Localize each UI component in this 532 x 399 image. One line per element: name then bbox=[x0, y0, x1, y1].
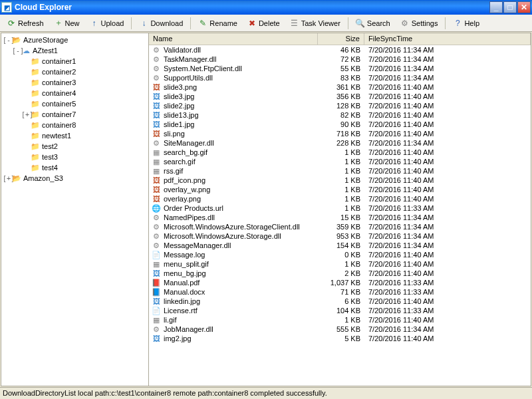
file-row[interactable]: 📕Manual.pdf1,037 KB7/20/2016 11:33 AM bbox=[149, 278, 531, 287]
help-button[interactable]: ?Help bbox=[449, 17, 483, 30]
tree-item[interactable]: 📁test3 bbox=[21, 152, 147, 162]
file-row[interactable]: ▦rss.gif1 KB7/20/2016 11:40 AM bbox=[149, 166, 531, 176]
tree-expander[interactable]: [+] bbox=[3, 175, 11, 182]
file-size: 2 KB bbox=[318, 269, 364, 277]
minimize-button[interactable]: _ bbox=[489, 1, 503, 13]
file-row[interactable]: 📄License.rtf104 KB7/20/2016 11:33 AM bbox=[149, 306, 531, 315]
settings-button[interactable]: ⚙Settings bbox=[396, 17, 442, 30]
file-row[interactable]: 🖼slide3.png361 KB7/20/2016 11:40 AM bbox=[149, 82, 531, 92]
upload-button[interactable]: ↑Upload bbox=[86, 17, 128, 30]
file-row[interactable]: ⚙SupportUtils.dll83 KB7/20/2016 11:34 AM bbox=[149, 73, 531, 82]
file-row[interactable]: 🖼linkedin.jpg6 KB7/20/2016 11:40 AM bbox=[149, 297, 531, 306]
column-name[interactable]: Name bbox=[149, 33, 318, 45]
file-row[interactable]: ⚙JobManager.dll555 KB7/20/2016 11:34 AM bbox=[149, 325, 531, 334]
file-list[interactable]: ⚙Validator.dll46 KB7/20/2016 11:34 AM⚙Ta… bbox=[149, 45, 531, 386]
file-time: 7/20/2016 11:33 AM bbox=[364, 307, 531, 315]
file-row[interactable]: ⚙Microsoft.WindowsAzure.StorageClient.dl… bbox=[149, 222, 531, 231]
file-name: Manual.pdf bbox=[164, 279, 318, 287]
file-name: slide1.jpg bbox=[164, 120, 318, 128]
file-row[interactable]: ⚙SiteManager.dll228 KB7/20/2016 11:34 AM bbox=[149, 138, 531, 148]
file-size: 1 KB bbox=[318, 260, 364, 268]
help-icon: ? bbox=[453, 19, 462, 28]
folder-icon: 📁 bbox=[30, 99, 41, 108]
file-icon: ▦ bbox=[151, 157, 162, 166]
file-row[interactable]: 📄Message.log0 KB7/20/2016 11:40 AM bbox=[149, 250, 531, 259]
close-button[interactable]: ✕ bbox=[517, 1, 531, 13]
file-time: 7/20/2016 11:40 AM bbox=[364, 316, 531, 324]
task-icon: ☰ bbox=[290, 19, 299, 28]
tree-label: container2 bbox=[42, 68, 76, 76]
file-row[interactable]: ▦menu_split.gif1 KB7/20/2016 11:40 AM bbox=[149, 259, 531, 269]
file-row[interactable]: 🖼slide2.jpg128 KB7/20/2016 11:40 AM bbox=[149, 101, 531, 110]
tree-label: AzureStorage bbox=[23, 36, 68, 44]
rename-icon: ✎ bbox=[198, 19, 207, 28]
file-row[interactable]: 🖼menu_bg.jpg2 KB7/20/2016 11:40 AM bbox=[149, 269, 531, 278]
file-row[interactable]: 🖼overlay.png1 KB7/20/2016 11:40 AM bbox=[149, 194, 531, 203]
file-size: 5 KB bbox=[318, 334, 364, 342]
file-row[interactable]: 🖼slide3.jpg356 KB7/20/2016 11:40 AM bbox=[149, 92, 531, 101]
tree-item[interactable]: [-]☁AZtest1 bbox=[12, 45, 147, 56]
file-time: 7/20/2016 11:40 AM bbox=[364, 334, 531, 342]
search-button[interactable]: 🔍Search bbox=[352, 17, 394, 30]
tree-label: container3 bbox=[42, 78, 76, 86]
file-name: Message.log bbox=[164, 251, 318, 259]
file-row[interactable]: 🖼sli.png718 KB7/20/2016 11:40 AM bbox=[149, 129, 531, 138]
file-row[interactable]: 🌐Order Products.url1 KB7/20/2016 11:33 A… bbox=[149, 203, 531, 213]
file-icon: 🌐 bbox=[151, 203, 162, 213]
delete-button[interactable]: ✖Delete bbox=[243, 17, 284, 30]
tree-item[interactable]: [+]📁container7 bbox=[21, 109, 147, 120]
file-icon: 🖼 bbox=[151, 176, 162, 185]
tree-expander[interactable]: [-] bbox=[12, 47, 21, 55]
file-name: NamedPipes.dll bbox=[164, 213, 318, 221]
file-row[interactable]: 🖼slide1.jpg90 KB7/20/2016 11:40 AM bbox=[149, 120, 531, 129]
file-row[interactable]: ⚙System.Net.FtpClient.dll55 KB7/20/2016 … bbox=[149, 64, 531, 73]
file-icon: ⚙ bbox=[151, 231, 162, 241]
file-time: 7/20/2016 11:40 AM bbox=[364, 297, 531, 305]
rename-button[interactable]: ✎Rename bbox=[194, 17, 241, 30]
tree-expander[interactable]: [+] bbox=[21, 111, 30, 118]
file-row[interactable]: 🖼img2.jpg5 KB7/20/2016 11:40 AM bbox=[149, 334, 531, 343]
file-time: 7/20/2016 11:34 AM bbox=[364, 213, 531, 221]
file-time: 7/20/2016 11:40 AM bbox=[364, 130, 531, 138]
file-name: search.gif bbox=[164, 158, 318, 166]
file-time: 7/20/2016 11:34 AM bbox=[364, 65, 531, 72]
new-button[interactable]: ＋New bbox=[50, 17, 84, 30]
tree-expander[interactable]: [-] bbox=[3, 37, 11, 44]
file-icon: 📘 bbox=[151, 287, 162, 297]
file-row[interactable]: ⚙TaskManager.dll72 KB7/20/2016 11:34 AM bbox=[149, 55, 531, 64]
tree-view[interactable]: [-]📂AzureStorage[-]☁AZtest1📁container1📁c… bbox=[1, 33, 149, 386]
maximize-button[interactable]: □ bbox=[503, 1, 517, 13]
file-size: 154 KB bbox=[318, 241, 364, 249]
file-name: Manual.docx bbox=[164, 288, 318, 296]
file-row[interactable]: ⚙Validator.dll46 KB7/20/2016 11:34 AM bbox=[149, 45, 531, 55]
file-row[interactable]: ▦li.gif1 KB7/20/2016 11:40 AM bbox=[149, 315, 531, 325]
tree-item[interactable]: [+]📂Amazon_S3 bbox=[3, 173, 147, 184]
tree-item[interactable]: 📁newtest1 bbox=[21, 130, 147, 141]
tree-item[interactable]: 📁test2 bbox=[21, 141, 147, 152]
download-button[interactable]: ↓Download bbox=[135, 17, 187, 30]
file-row[interactable]: 🖼pdf_icon.png1 KB7/20/2016 11:40 AM bbox=[149, 176, 531, 185]
tree-item[interactable]: 📁container2 bbox=[21, 66, 147, 77]
tree-item[interactable]: 📁test4 bbox=[21, 162, 147, 173]
tree-label: test4 bbox=[42, 164, 58, 172]
column-time[interactable]: FileSyncTime bbox=[364, 33, 531, 45]
tree-item[interactable]: 📁container5 bbox=[21, 98, 147, 109]
column-size[interactable]: Size bbox=[318, 33, 364, 45]
tree-item[interactable]: 📁container1 bbox=[21, 56, 147, 66]
file-row[interactable]: ⚙Microsoft.WindowsAzure.Storage.dll953 K… bbox=[149, 231, 531, 241]
file-row[interactable]: ▦search.gif1 KB7/20/2016 11:40 AM bbox=[149, 157, 531, 166]
tree-item[interactable]: 📁container4 bbox=[21, 88, 147, 98]
file-row[interactable]: ⚙NamedPipes.dll15 KB7/20/2016 11:34 AM bbox=[149, 213, 531, 222]
file-icon: 🖼 bbox=[151, 129, 162, 138]
taskviewer-button[interactable]: ☰Task Viewer bbox=[286, 17, 344, 30]
file-row[interactable]: ▦search_bg.gif1 KB7/20/2016 11:40 AM bbox=[149, 148, 531, 157]
tree-item[interactable]: 📁container3 bbox=[21, 77, 147, 88]
folder-icon: 📁 bbox=[30, 57, 41, 66]
tree-item[interactable]: [-]📂AzureStorage bbox=[3, 35, 147, 45]
tree-item[interactable]: 📁container8 bbox=[21, 120, 147, 130]
file-row[interactable]: ⚙MessageManager.dll154 KB7/20/2016 11:34… bbox=[149, 241, 531, 250]
refresh-button[interactable]: ⟳Refresh bbox=[3, 17, 48, 30]
file-row[interactable]: 🖼overlay_w.png1 KB7/20/2016 11:40 AM bbox=[149, 185, 531, 194]
file-row[interactable]: 📘Manual.docx71 KB7/20/2016 11:33 AM bbox=[149, 287, 531, 297]
file-row[interactable]: 🖼slide13.jpg82 KB7/20/2016 11:40 AM bbox=[149, 110, 531, 120]
